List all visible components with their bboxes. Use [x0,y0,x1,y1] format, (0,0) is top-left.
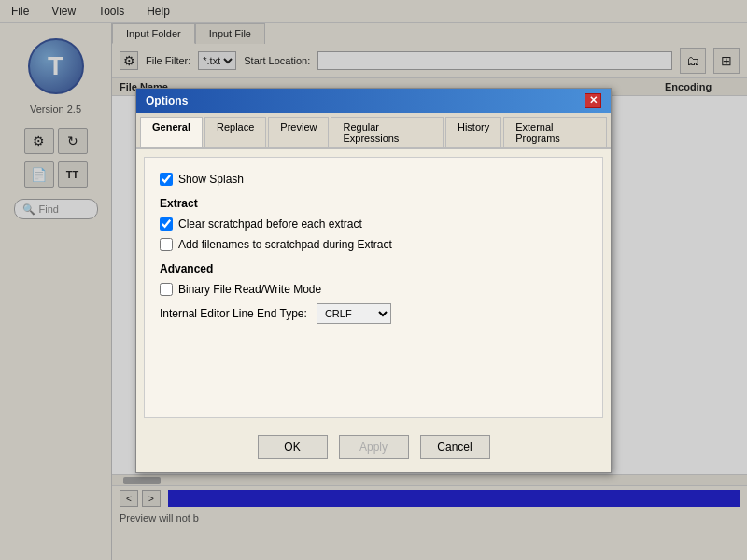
extract-section-header: Extract [160,197,587,210]
line-end-select[interactable]: CRLF LF CR [317,303,391,324]
advanced-section-header: Advanced [160,262,587,275]
add-filenames-checkbox[interactable] [160,238,173,251]
tab-preview[interactable]: Preview [268,117,329,147]
line-end-row: Internal Editor Line End Type: CRLF LF C… [160,303,587,324]
tab-external-programs[interactable]: External Programs [503,117,607,147]
binary-mode-checkbox[interactable] [160,283,173,296]
clear-scratchpad-row: Clear scratchpad before each extract [160,217,587,231]
dialog-footer: OK Apply Cancel [136,426,611,472]
tab-regex[interactable]: Regular Expressions [331,117,444,147]
tab-replace[interactable]: Replace [204,117,266,147]
line-end-label: Internal Editor Line End Type: [160,307,307,320]
apply-button[interactable]: Apply [339,435,409,459]
modal-overlay: Options ✕ General Replace Preview Regula… [0,0,747,560]
show-splash-label[interactable]: Show Splash [178,173,244,186]
dialog-body: Show Splash Extract Clear scratchpad bef… [144,157,603,418]
cancel-button[interactable]: Cancel [420,435,490,459]
clear-scratchpad-checkbox[interactable] [160,217,173,231]
dialog-close-button[interactable]: ✕ [585,93,601,108]
dialog-title: Options [146,94,188,107]
show-splash-checkbox[interactable] [160,173,173,186]
show-splash-row: Show Splash [160,173,587,186]
dialog-tabs: General Replace Preview Regular Expressi… [136,113,611,149]
clear-scratchpad-label[interactable]: Clear scratchpad before each extract [178,217,362,231]
options-dialog: Options ✕ General Replace Preview Regula… [135,88,612,473]
dialog-titlebar: Options ✕ [136,89,611,113]
add-filenames-label[interactable]: Add filenames to scratchpad during Extra… [178,238,392,251]
tab-history[interactable]: History [445,117,501,147]
binary-mode-row: Binary File Read/Write Mode [160,283,587,296]
ok-button[interactable]: OK [258,435,328,459]
tab-general[interactable]: General [140,117,203,147]
binary-mode-label[interactable]: Binary File Read/Write Mode [178,283,321,296]
add-filenames-row: Add filenames to scratchpad during Extra… [160,238,587,251]
